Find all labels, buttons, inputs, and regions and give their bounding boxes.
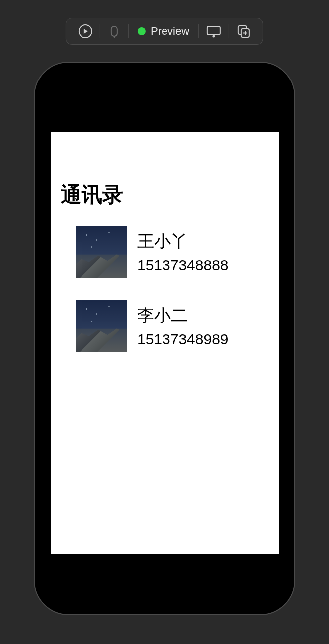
separator	[128, 24, 129, 38]
contact-phone: 15137348888	[137, 257, 229, 274]
svg-point-4	[213, 35, 215, 38]
page-title: 通讯录	[51, 132, 279, 215]
stop-icon	[107, 24, 121, 38]
add-window-button[interactable]	[231, 21, 256, 41]
separator	[100, 24, 100, 38]
contact-info: 王小丫 15137348888	[137, 230, 229, 274]
avatar	[76, 226, 127, 278]
contact-phone: 15137348989	[137, 331, 229, 348]
status-dot-icon	[138, 27, 146, 35]
contact-name: 王小丫	[137, 230, 229, 253]
contact-info: 李小二 15137348989	[137, 304, 229, 348]
stop-button[interactable]	[102, 21, 126, 41]
preview-label: Preview	[151, 25, 189, 38]
contact-name: 李小二	[137, 304, 229, 327]
play-icon	[78, 24, 93, 39]
run-button[interactable]	[73, 21, 98, 41]
phone-screen: 通讯录 王小丫 15137348888 李小二 15137348989	[51, 132, 279, 554]
separator	[229, 24, 229, 38]
preview-mode-button[interactable]: Preview	[131, 21, 196, 41]
phone-frame: 通讯录 王小丫 15137348888 李小二 15137348989	[34, 62, 295, 615]
contact-row[interactable]: 李小二 15137348989	[51, 289, 279, 363]
contact-row[interactable]: 王小丫 15137348888	[51, 215, 279, 289]
add-window-icon	[236, 24, 251, 39]
device-icon	[206, 24, 222, 38]
device-button[interactable]	[201, 21, 227, 41]
preview-toolbar: Preview	[66, 18, 263, 45]
avatar	[76, 300, 127, 352]
svg-rect-1	[111, 26, 117, 36]
separator	[198, 24, 199, 38]
svg-rect-3	[207, 26, 220, 35]
